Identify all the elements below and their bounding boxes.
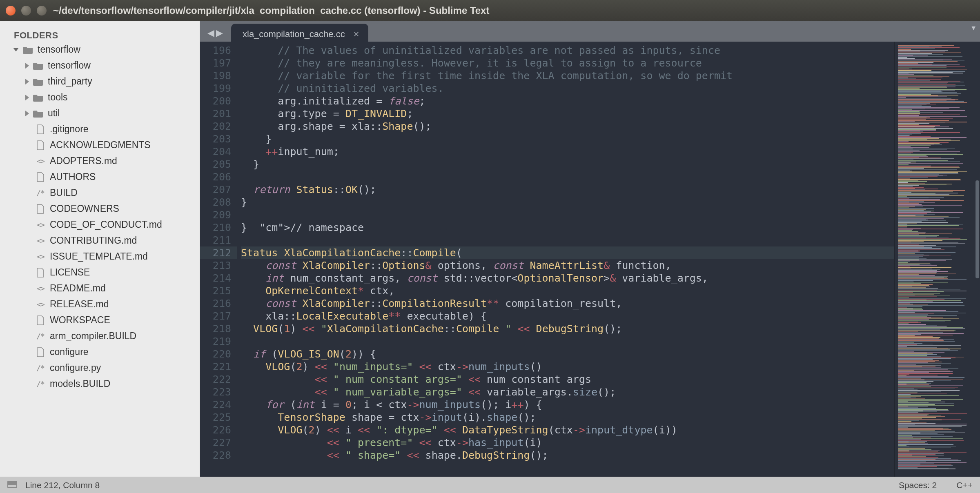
- cursor-position: Line 212, Column 8: [25, 480, 100, 490]
- tree-item-label: CODE_OF_CONDUCT.md: [50, 219, 162, 230]
- build-file-icon: /*: [35, 364, 46, 373]
- build-file-icon: /*: [35, 380, 46, 389]
- file-item-workspace[interactable]: WORKSPACE: [3, 312, 200, 328]
- folder-item-third-party[interactable]: third_party: [3, 73, 200, 89]
- folder-item-util[interactable]: util: [3, 105, 200, 121]
- file-item-configure-py[interactable]: /*configure.py: [3, 360, 200, 376]
- file-tree: tensorflowtensorflowthird_partytoolsutil…: [0, 42, 200, 392]
- file-item-adopters-md[interactable]: <>ADOPTERS.md: [3, 153, 200, 169]
- markup-file-icon: <>: [35, 300, 46, 309]
- file-item-acknowledgments[interactable]: ACKNOWLEDGMENTS: [3, 137, 200, 153]
- status-bar: Line 212, Column 8 Spaces: 2 C++: [0, 477, 980, 493]
- tab-forward-icon[interactable]: ▶: [216, 28, 223, 38]
- file-icon: [35, 141, 46, 150]
- tree-item-label: ADOPTERS.md: [50, 155, 117, 167]
- tree-item-label: tensorflow: [38, 44, 80, 55]
- markup-file-icon: <>: [35, 252, 46, 261]
- folder-icon: [33, 61, 44, 70]
- tree-item-label: arm_compiler.BUILD: [50, 331, 136, 342]
- window-controls: [6, 6, 47, 16]
- close-tab-icon[interactable]: ✕: [353, 30, 359, 39]
- window-titlebar: ~/dev/tensorflow/tensorflow/compiler/jit…: [0, 0, 980, 21]
- disclosure-triangle-icon[interactable]: [25, 79, 29, 84]
- sidebar: FOLDERS tensorflowtensorflowthird_partyt…: [0, 21, 200, 477]
- tree-item-label: configure.py: [50, 362, 101, 373]
- minimap[interactable]: [894, 42, 980, 477]
- tab-back-icon[interactable]: ◀: [207, 28, 214, 38]
- sidebar-header: FOLDERS: [0, 25, 200, 42]
- file-icon: [35, 316, 46, 325]
- window-title: ~/dev/tensorflow/tensorflow/compiler/jit…: [53, 5, 489, 16]
- file-item-configure[interactable]: configure: [3, 344, 200, 360]
- tree-item-label: BUILD: [50, 187, 78, 198]
- window-minimize-button[interactable]: [21, 6, 31, 16]
- file-item-build[interactable]: /*BUILD: [3, 185, 200, 201]
- file-item-issue-template-md[interactable]: <>ISSUE_TEMPLATE.md: [3, 249, 200, 264]
- code-area[interactable]: // The values of uninitialized variables…: [237, 42, 894, 477]
- file-item-release-md[interactable]: <>RELEASE.md: [3, 296, 200, 312]
- tree-item-label: tools: [48, 92, 68, 103]
- tree-item-label: models.BUILD: [50, 378, 110, 389]
- disclosure-triangle-icon[interactable]: [25, 63, 29, 69]
- file-item-models-build[interactable]: /*models.BUILD: [3, 376, 200, 392]
- file-item-contributing-md[interactable]: <>CONTRIBUTING.md: [3, 233, 200, 249]
- panel-switch-icon[interactable]: [7, 480, 17, 490]
- line-number-gutter: 1961971981992002012022032042052062072082…: [200, 42, 237, 477]
- file-item-codeowners[interactable]: CODEOWNERS: [3, 201, 200, 217]
- build-file-icon: /*: [35, 332, 46, 341]
- disclosure-triangle-icon[interactable]: [25, 95, 29, 100]
- tree-item-label: CONTRIBUTING.md: [50, 235, 137, 246]
- tree-item-label: util: [48, 108, 60, 119]
- svg-rect-1: [8, 485, 16, 487]
- indent-setting[interactable]: Spaces: 2: [899, 480, 937, 490]
- file-icon: [35, 268, 46, 277]
- folder-icon: [23, 45, 33, 54]
- markup-file-icon: <>: [35, 157, 46, 166]
- folder-item-tensorflow[interactable]: tensorflow: [3, 42, 200, 58]
- file-tab[interactable]: xla_compilation_cache.cc ✕: [231, 24, 368, 42]
- tree-item-label: WORKSPACE: [50, 315, 110, 326]
- build-file-icon: /*: [35, 189, 46, 198]
- folder-icon: [33, 109, 44, 118]
- disclosure-triangle-icon[interactable]: [13, 48, 19, 51]
- tree-item-label: AUTHORS: [50, 171, 96, 182]
- file-icon: [35, 348, 46, 357]
- tab-bar: ◀ ▶ xla_compilation_cache.cc ✕ ▼: [200, 21, 980, 42]
- markup-file-icon: <>: [35, 236, 46, 245]
- file-icon: [35, 173, 46, 182]
- folder-icon: [33, 93, 44, 102]
- folder-item-tensorflow[interactable]: tensorflow: [3, 58, 200, 73]
- tree-item-label: CODEOWNERS: [50, 203, 119, 214]
- disclosure-triangle-icon[interactable]: [25, 111, 29, 116]
- tree-item-label: configure: [50, 346, 89, 358]
- file-item-code-of-conduct-md[interactable]: <>CODE_OF_CONDUCT.md: [3, 217, 200, 233]
- file-item-authors[interactable]: AUTHORS: [3, 169, 200, 185]
- tree-item-label: ACKNOWLEDGMENTS: [50, 140, 151, 151]
- file-item-license[interactable]: LICENSE: [3, 264, 200, 280]
- file-item--gitignore[interactable]: .gitignore: [3, 121, 200, 137]
- tree-item-label: ISSUE_TEMPLATE.md: [50, 251, 148, 262]
- editor: ◀ ▶ xla_compilation_cache.cc ✕ ▼ 1961971…: [200, 21, 980, 477]
- tree-item-label: RELEASE.md: [50, 299, 109, 310]
- tree-item-label: third_party: [48, 76, 92, 87]
- file-item-readme-md[interactable]: <>README.md: [3, 280, 200, 296]
- file-icon: [35, 125, 46, 134]
- file-item-arm-compiler-build[interactable]: /*arm_compiler.BUILD: [3, 328, 200, 344]
- tree-item-label: README.md: [50, 283, 106, 294]
- tab-overflow-icon[interactable]: ▼: [970, 24, 977, 32]
- markup-file-icon: <>: [35, 220, 46, 229]
- markup-file-icon: <>: [35, 284, 46, 293]
- tab-history-nav: ◀ ▶: [204, 28, 228, 42]
- syntax-setting[interactable]: C++: [956, 480, 973, 490]
- folder-icon: [33, 77, 44, 86]
- folder-item-tools[interactable]: tools: [3, 89, 200, 105]
- tree-item-label: .gitignore: [50, 124, 89, 135]
- tree-item-label: LICENSE: [50, 267, 90, 278]
- file-icon: [35, 204, 46, 213]
- file-tab-label: xla_compilation_cache.cc: [243, 29, 345, 40]
- minimap-scroll-thumb[interactable]: [976, 180, 979, 278]
- tree-item-label: tensorflow: [48, 60, 91, 71]
- window-maximize-button[interactable]: [37, 6, 47, 16]
- window-close-button[interactable]: [6, 6, 16, 16]
